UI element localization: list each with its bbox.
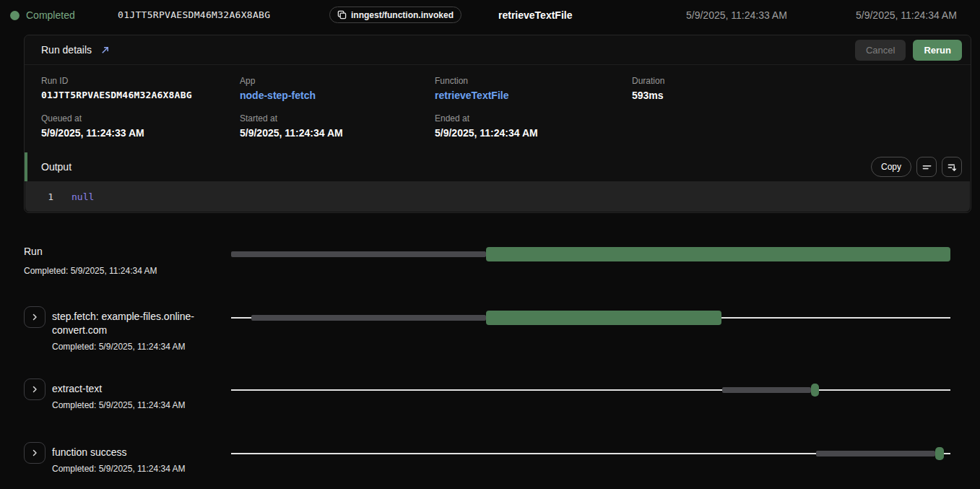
- chevron-right-icon: [30, 449, 39, 457]
- run-timeline-label: Run: [24, 246, 43, 257]
- field-started-at: Started at 5/9/2025, 11:24:34 AM: [240, 113, 435, 139]
- queued-at-value: 5/9/2025, 11:24:33 AM: [41, 127, 240, 139]
- rerun-button[interactable]: Rerun: [913, 40, 962, 61]
- field-app: App node-step-fetch: [240, 76, 435, 101]
- ended-at-value: 5/9/2025, 11:24:34 AM: [435, 127, 632, 139]
- run-status-bar: Completed 01JTT5RPVAESDM46M32A6X8ABG inn…: [0, 0, 980, 30]
- run-completed-timestamp: Completed: 5/9/2025, 11:24:34 AM: [24, 266, 157, 276]
- app-link[interactable]: node-step-fetch: [240, 90, 435, 101]
- step-completed-timestamp: Completed: 5/9/2025, 11:24:34 AM: [52, 342, 209, 352]
- timeline-row-run: Run Completed: 5/9/2025, 11:24:34 AM: [0, 238, 980, 282]
- run-details-card: Run details Cancel Rerun Run ID 01JTT5RP…: [24, 35, 971, 213]
- wrap-text-button[interactable]: [916, 157, 937, 177]
- wrap-text-icon: [922, 162, 932, 173]
- step-timeline-bar: [231, 311, 950, 325]
- field-label: Run ID: [41, 76, 240, 86]
- copy-icon: [337, 10, 347, 20]
- topbar-ended-timestamp: 5/9/2025, 11:24:34 AM: [856, 9, 957, 21]
- cancel-button[interactable]: Cancel: [855, 40, 906, 61]
- topbar-queued-timestamp: 5/9/2025, 11:24:33 AM: [686, 9, 787, 21]
- field-label: Ended at: [435, 113, 632, 124]
- function-link[interactable]: retrieveTextFile: [435, 90, 632, 101]
- timeline-row-extract-text: extract-text Completed: 5/9/2025, 11:24:…: [0, 378, 980, 422]
- field-queued-at: Queued at 5/9/2025, 11:24:33 AM: [41, 113, 240, 139]
- step-label: function success: [52, 446, 209, 459]
- timeline-row-function-success: function success Completed: 5/9/2025, 11…: [0, 442, 980, 485]
- field-duration: Duration 593ms: [632, 76, 954, 101]
- chevron-right-icon: [30, 385, 39, 394]
- duration-value: 593ms: [632, 90, 954, 101]
- topbar-run-id: 01JTT5RPVAESDM46M32A6X8ABG: [118, 9, 270, 20]
- status-label: Completed: [26, 9, 75, 21]
- event-name-badge[interactable]: inngest/function.invoked: [329, 7, 461, 23]
- field-label: Queued at: [41, 113, 240, 124]
- output-section-header: Output Copy: [25, 152, 971, 181]
- run-details-fields: Run ID 01JTT5RPVAESDM46M32A6X8ABG App no…: [25, 65, 971, 139]
- run-id-value: 01JTT5RPVAESDM46M32A6X8ABG: [41, 90, 240, 100]
- run-details-header: Run details Cancel Rerun: [25, 35, 971, 65]
- step-label: extract-text: [52, 382, 209, 396]
- field-label: Started at: [240, 113, 435, 124]
- field-ended-at: Ended at 5/9/2025, 11:24:34 AM: [435, 113, 632, 139]
- scroll-to-bottom-button[interactable]: [942, 157, 962, 177]
- field-label: Function: [435, 76, 632, 86]
- event-badge-label: inngest/function.invoked: [351, 10, 454, 20]
- expand-step-button[interactable]: [24, 378, 45, 400]
- run-details-title: Run details: [41, 44, 92, 56]
- external-link-icon[interactable]: [100, 46, 110, 55]
- expand-step-button[interactable]: [24, 306, 45, 328]
- code-output-value: null: [71, 191, 94, 202]
- expand-step-button[interactable]: [24, 442, 45, 464]
- timeline-row-step-fetch: step.fetch: example-files.online-convert…: [0, 306, 980, 360]
- scroll-to-bottom-icon: [947, 162, 958, 173]
- step-completed-timestamp: Completed: 5/9/2025, 11:24:34 AM: [52, 400, 209, 410]
- step-timeline-bar: [231, 446, 950, 461]
- topbar-function-name: retrieveTextFile: [498, 9, 572, 21]
- started-at-value: 5/9/2025, 11:24:34 AM: [240, 127, 435, 139]
- field-label: App: [240, 76, 435, 86]
- output-title: Output: [41, 161, 71, 173]
- run-timeline-bar: [231, 247, 950, 261]
- field-label: Duration: [632, 76, 954, 86]
- output-code-viewer[interactable]: 1 null: [25, 181, 970, 212]
- step-completed-timestamp: Completed: 5/9/2025, 11:24:34 AM: [52, 464, 209, 474]
- step-label: step.fetch: example-files.online-convert…: [52, 310, 209, 337]
- code-line-number: 1: [45, 191, 53, 202]
- step-timeline-bar: [231, 383, 950, 397]
- field-run-id: Run ID 01JTT5RPVAESDM46M32A6X8ABG: [41, 76, 240, 101]
- status-dot-icon: [10, 11, 19, 20]
- chevron-right-icon: [30, 313, 39, 321]
- copy-output-button[interactable]: Copy: [871, 157, 911, 177]
- field-function: Function retrieveTextFile: [435, 76, 632, 101]
